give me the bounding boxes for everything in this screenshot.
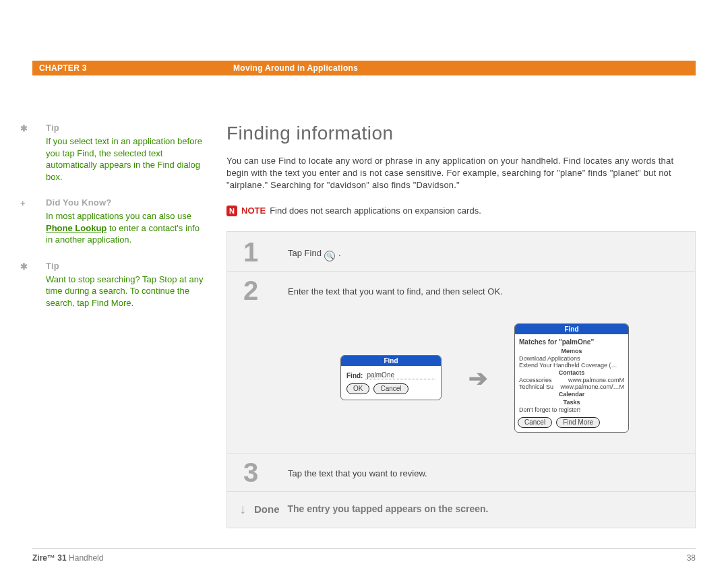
dyk-body: In most applications you can also use Ph… [46,210,206,246]
results-group: Contacts [518,369,626,377]
step-text: Tap the text that you want to review. [288,454,695,491]
step-number: 1 [227,233,288,271]
results-dialog: Find Matches for "palmOne" Memos Downloa… [514,323,629,433]
done-row: ↓ Done The entry you tapped appears on t… [227,492,695,526]
section-title: Moving Around in Applications [233,63,358,73]
find-dialog: Find Find: palmOne OK Cancel [340,355,442,400]
tip-body: Want to stop searching? Tap Stop at any … [46,274,206,309]
step-2: 2 Enter the text that you want to find, … [227,272,695,454]
note-icon: N [226,206,237,216]
sidebar: ✱ Tip If you select text in an applicati… [32,123,226,528]
step-number: 3 [227,454,288,491]
dialog-title: Find [515,324,628,334]
arrow-down-icon: ↓ [239,501,246,517]
result-item[interactable]: Accessories www.palmone.comM [518,377,626,383]
chapter-label: CHAPTER 3 [39,63,233,73]
page-number: 38 [687,553,696,562]
result-item[interactable]: Technical Su www.palmone.com/…M [518,383,626,390]
asterisk-icon: ✱ [20,261,28,272]
result-item[interactable]: Don't forget to register! [518,406,626,413]
find-more-button[interactable]: Find More [556,417,600,428]
cancel-button[interactable]: Cancel [518,417,552,428]
footer: Zire™ 31 Handheld 38 [32,549,696,562]
step-3: 3 Tap the text that you want to review. [227,454,695,492]
tip-body: If you select text in an application bef… [46,135,206,183]
note-text: Find does not search applications on exp… [270,206,481,216]
ok-button[interactable]: OK [346,383,369,394]
find-icon: 🔍 [324,251,335,261]
results-group: Calendar [518,390,626,398]
tip-1: ✱ Tip If you select text in an applicati… [32,123,206,183]
find-input[interactable]: palmOne [365,371,435,379]
header-bar: CHAPTER 3 Moving Around in Applications [32,61,696,75]
note-label: NOTE [241,206,266,216]
dialog-title: Find [341,356,441,366]
step-text: Tap Find 🔍 . [288,233,695,271]
did-you-know: + Did You Know? In most applications you… [32,197,206,246]
find-label: Find: [346,372,363,379]
page-title: Finding information [226,123,696,144]
results-header: Matches for "palmOne" [518,337,626,347]
cancel-button[interactable]: Cancel [373,383,408,394]
done-text: The entry you tapped appears on the scre… [288,503,489,514]
tip-2: ✱ Tip Want to stop searching? Tap Stop a… [32,261,206,309]
tip-heading: Tip [46,261,206,271]
main-content: Finding information You can use Find to … [226,123,696,528]
footer-brand: Zire™ 31 Handheld [32,553,103,562]
results-group: Tasks [518,398,626,406]
arrow-right-icon: ➔ [468,365,487,392]
step-text: Enter the text that you want to find, an… [288,286,681,296]
results-group: Memos [518,347,626,355]
done-label: Done [254,503,280,515]
asterisk-icon: ✱ [20,123,28,133]
dyk-heading: Did You Know? [46,197,206,208]
result-item[interactable]: Download Applications [518,355,626,362]
phone-lookup-link[interactable]: Phone Lookup [46,223,107,233]
plus-icon: + [20,198,26,208]
step-1: 1 Tap Find 🔍 . [227,233,695,272]
steps: 1 Tap Find 🔍 . 2 Enter the text that you… [226,231,696,528]
tip-heading: Tip [46,123,206,133]
result-item[interactable]: Extend Your Handheld Coverage (… [518,362,626,369]
intro-text: You can use Find to locate any word or p… [226,155,696,192]
note: N NOTE Find does not search applications… [226,206,696,216]
step-number: 2 [227,272,288,453]
